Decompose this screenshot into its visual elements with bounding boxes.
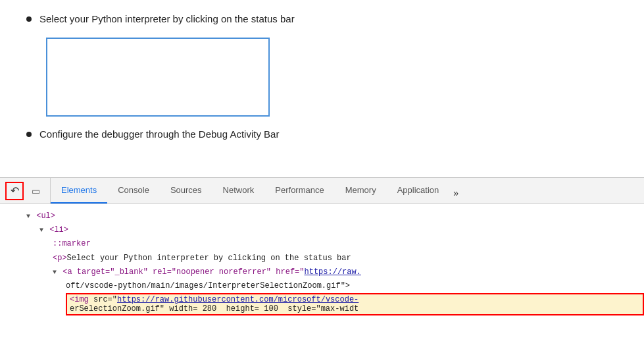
tab-sources[interactable]: Sources (160, 178, 212, 204)
inspect-element-button[interactable]: ↶ (5, 182, 24, 200)
tab-elements[interactable]: Elements (51, 178, 107, 204)
tab-memory[interactable]: Memory (335, 178, 387, 204)
dom-ul-tag[interactable]: <ul> (36, 211, 55, 221)
dom-li-tag[interactable]: <li> (49, 225, 68, 234)
dom-a-href[interactable]: https://raw. (304, 267, 360, 277)
devtools-tabs: Elements Console Sources Network Perform… (51, 178, 462, 204)
bullet-dot-2 (26, 132, 32, 137)
dom-a-tag: <a target="_blank" rel="noopener norefer… (62, 267, 304, 277)
device-toolbar-button[interactable]: ▭ (26, 182, 45, 200)
dom-a-line: ▼ <a target="_blank" rel="noopener noref… (0, 265, 644, 279)
dom-li-line: ▼ <li> (0, 223, 644, 237)
dom-img-line-highlighted: <img src="https://raw.githubusercontent.… (66, 293, 644, 315)
tab-network[interactable]: Network (212, 178, 265, 204)
devtools-dom-tree: ▼ <ul> ▼ <li> ::marker <p>Select your Py… (0, 204, 644, 355)
bullet-item-1: Select your Python interpreter by clicki… (26, 13, 618, 24)
dom-img-src-cont: erSelectionZoom.gif" (70, 304, 164, 314)
bullet-dot-1 (26, 16, 32, 22)
bullet-text-2: Configure the debugger through the Debug… (39, 128, 279, 140)
dom-img-attrs: width= 280 height= 100 style="max-widt (164, 304, 359, 314)
device-icon: ▭ (32, 186, 40, 196)
bullet-text-1: Select your Python interpreter by clicki… (39, 13, 295, 24)
triangle-li: ▼ (39, 227, 43, 234)
dom-ul-line: ▼ <ul> (0, 209, 644, 223)
dom-p-line: <p>Select your Python interpreter by cli… (0, 252, 644, 265)
tab-application[interactable]: Application (387, 178, 450, 204)
tab-console[interactable]: Console (107, 178, 160, 204)
main-content: Select your Python interpreter by clicki… (0, 0, 644, 178)
tab-performance[interactable]: Performance (264, 178, 334, 204)
dom-marker: ::marker (53, 239, 91, 248)
cursor-icon: ↶ (11, 184, 19, 197)
dom-marker-line: ::marker (0, 237, 644, 251)
bullet-item-2: Configure the debugger through the Debug… (26, 128, 618, 140)
more-tabs-button[interactable]: » (449, 182, 462, 204)
interpreter-image-placeholder (46, 38, 270, 117)
dom-a-path: oft/vscode-python/main/images/Interprete… (66, 281, 350, 290)
triangle-a: ▼ (53, 269, 57, 276)
toolbar-icons: ↶ ▭ (0, 178, 51, 204)
dom-img-keyword: img (74, 295, 89, 304)
dom-p-tag[interactable]: <p> (53, 254, 67, 263)
triangle-ul: ▼ (26, 213, 30, 220)
devtools-panel: ↶ ▭ Elements Console Sources Network Per… (0, 178, 644, 355)
devtools-toolbar: ↶ ▭ Elements Console Sources Network Per… (0, 178, 644, 204)
dom-img-src-label: src=" (89, 295, 117, 304)
dom-img-src-link[interactable]: https://raw.githubusercontent.com/micros… (117, 295, 359, 304)
dom-a-href-cont: oft/vscode-python/main/images/Interprete… (0, 279, 644, 293)
dom-p-text: Select your Python interpreter by clicki… (67, 254, 351, 263)
